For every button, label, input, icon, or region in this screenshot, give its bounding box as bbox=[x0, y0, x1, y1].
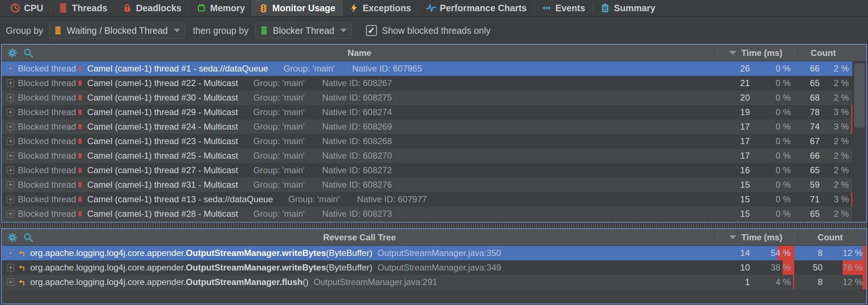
panel-splitter-handle[interactable] bbox=[0, 223, 868, 228]
expand-toggle[interactable]: + bbox=[7, 196, 14, 203]
tab-performance-charts[interactable]: Performance Charts bbox=[419, 0, 533, 16]
then-group-by-dropdown[interactable]: Blocker Thread bbox=[255, 22, 351, 39]
blocked-thread-row[interactable]: +Blocked threadCamel (camel-1) thread #2… bbox=[2, 105, 866, 119]
expand-toggle[interactable]: + bbox=[7, 167, 14, 174]
show-blocked-threads-only-checkbox[interactable]: ✓ bbox=[366, 25, 377, 36]
thread-name: Camel (camel-1) thread #29 - Multicast bbox=[87, 107, 238, 117]
thread-name-cell: +Blocked threadCamel (camel-1) thread #2… bbox=[2, 134, 717, 149]
value-cell: 66 bbox=[794, 61, 823, 76]
call-tree-row[interactable]: +org.apache.logging.log4j.core.appender.… bbox=[2, 260, 866, 275]
call-tree-row[interactable]: +org.apache.logging.log4j.core.appender.… bbox=[2, 246, 866, 260]
blocked-thread-row[interactable]: +Blocked threadCamel (camel-1) thread #1… bbox=[2, 192, 866, 207]
tab-cpu[interactable]: CPU bbox=[4, 0, 50, 16]
tab-events[interactable]: Events bbox=[535, 0, 592, 16]
thread-bars-red-icon bbox=[77, 151, 83, 161]
value-cell: 20 bbox=[717, 90, 754, 105]
group-by-dropdown[interactable]: Waiting / Blocked Thread bbox=[49, 22, 185, 39]
percent-cell: 0 % bbox=[754, 192, 794, 207]
thread-bars-red-icon bbox=[77, 180, 83, 190]
expand-toggle[interactable]: + bbox=[7, 152, 14, 159]
scrollbar-thumb[interactable] bbox=[854, 63, 865, 128]
value-cell: 71 bbox=[794, 192, 823, 207]
thread-group: Group: 'main' bbox=[253, 180, 305, 190]
expand-toggle[interactable]: + bbox=[7, 210, 14, 217]
expand-toggle[interactable]: + bbox=[7, 65, 14, 72]
tab-memory[interactable]: Memory bbox=[190, 0, 252, 16]
source-location: OutputStreamManager.java:291 bbox=[314, 277, 437, 287]
percent-cell: 0 % bbox=[754, 149, 794, 163]
count-column-header[interactable]: Count bbox=[794, 229, 866, 245]
value-cell: 8 bbox=[794, 246, 826, 260]
tab-monitor-usage[interactable]: Monitor Usage bbox=[252, 0, 342, 16]
percent-cell: 2 % bbox=[823, 61, 852, 76]
call-tree-row[interactable]: +org.apache.logging.log4j.core.appender.… bbox=[2, 275, 866, 289]
expand-toggle[interactable]: + bbox=[7, 123, 14, 130]
thread-bars-red-icon bbox=[77, 78, 83, 88]
expand-toggle[interactable]: + bbox=[7, 249, 14, 257]
tab-exceptions[interactable]: Exceptions bbox=[342, 0, 418, 16]
tab-label: Events bbox=[555, 3, 585, 13]
method-args: (ByteBuffer) bbox=[326, 263, 373, 273]
value-cell: 50 bbox=[794, 260, 826, 275]
settings-gear-icon[interactable] bbox=[7, 48, 18, 58]
tab-threads[interactable]: Threads bbox=[52, 0, 114, 16]
value-cell: 26 bbox=[717, 61, 754, 76]
expand-toggle[interactable]: + bbox=[7, 278, 14, 286]
thread-group: Group: 'main' bbox=[253, 93, 305, 103]
thread-group: Group: 'main' bbox=[253, 165, 305, 175]
tab-label: Summary bbox=[614, 3, 655, 13]
tab-label: Deadlocks bbox=[136, 3, 181, 13]
count-column-header[interactable]: Count bbox=[794, 45, 852, 61]
blocked-thread-row[interactable]: +Blocked threadCamel (camel-1) thread #3… bbox=[2, 90, 866, 105]
time-column-header[interactable]: Time (ms) bbox=[717, 45, 794, 61]
blocked-thread-row[interactable]: +Blocked threadCamel (camel-1) thread #2… bbox=[2, 207, 866, 221]
expand-toggle[interactable]: + bbox=[7, 264, 14, 271]
time-column-header[interactable]: Time (ms) bbox=[717, 229, 794, 245]
expand-toggle[interactable]: + bbox=[7, 109, 14, 116]
expand-toggle[interactable]: + bbox=[7, 80, 14, 87]
lightning-icon bbox=[349, 3, 359, 13]
reverse-call-tree-column-header[interactable]: Reverse Call Tree bbox=[2, 229, 717, 245]
value-cell: 65 bbox=[794, 76, 823, 90]
blocked-thread-row[interactable]: +Blocked threadCamel (camel-1) thread #3… bbox=[2, 178, 866, 192]
method-backtrace-icon bbox=[18, 278, 27, 286]
blocked-thread-row[interactable]: +Blocked threadCamel (camel-1) thread #2… bbox=[2, 163, 866, 178]
tab-label: Monitor Usage bbox=[272, 3, 335, 13]
thread-name-cell: +Blocked threadCamel (camel-1) thread #1… bbox=[2, 192, 717, 207]
vertical-scrollbar[interactable] bbox=[852, 61, 866, 222]
percent-cell: 54 % bbox=[754, 246, 794, 260]
native-id: Native ID: 608268 bbox=[322, 136, 392, 146]
clipboard-icon bbox=[600, 3, 610, 13]
tab-summary[interactable]: Summary bbox=[594, 0, 662, 16]
expand-toggle[interactable]: + bbox=[7, 138, 14, 145]
search-icon[interactable] bbox=[23, 48, 34, 58]
name-column-header[interactable]: Name bbox=[2, 45, 717, 61]
tab-deadlocks[interactable]: Deadlocks bbox=[116, 0, 188, 16]
reverse-call-tree-panel: Reverse Call Tree Time (ms) Count +org.a… bbox=[1, 228, 867, 304]
thread-name: Camel (camel-1) thread #23 - Multicast bbox=[87, 136, 238, 146]
blocked-thread-row[interactable]: +Blocked threadCamel (camel-1) thread #2… bbox=[2, 119, 866, 134]
group-by-toolbar: Group by Waiting / Blocked Thread then g… bbox=[0, 17, 868, 44]
memory-chip-icon bbox=[196, 3, 206, 13]
method-args: (ByteBuffer) bbox=[326, 248, 373, 258]
method-cell: +org.apache.logging.log4j.core.appender.… bbox=[2, 275, 717, 289]
search-icon[interactable] bbox=[23, 232, 34, 243]
then-group-by-label: then group by bbox=[193, 25, 249, 36]
table-tools bbox=[7, 229, 34, 245]
thread-name: Camel (camel-1) thread #1 - seda://dataQ… bbox=[87, 64, 268, 74]
tab-label: Exceptions bbox=[363, 3, 411, 13]
percent-cell: 3 % bbox=[823, 105, 852, 119]
tab-divider bbox=[592, 4, 593, 12]
thread-name-cell: +Blocked threadCamel (camel-1) thread #2… bbox=[2, 149, 717, 163]
blocked-thread-row[interactable]: +Blocked threadCamel (camel-1) thread #2… bbox=[2, 76, 866, 90]
blocked-thread-row[interactable]: +Blocked threadCamel (camel-1) thread #2… bbox=[2, 134, 866, 149]
blocked-thread-row[interactable]: +Blocked threadCamel (camel-1) thread #1… bbox=[2, 61, 866, 76]
thread-group: Group: 'main' bbox=[253, 151, 305, 161]
blocked-thread-row[interactable]: +Blocked threadCamel (camel-1) thread #2… bbox=[2, 149, 866, 163]
expand-toggle[interactable]: + bbox=[7, 181, 14, 188]
value-cell: 8 bbox=[794, 275, 826, 289]
percent-cell: 2 % bbox=[823, 178, 852, 192]
settings-gear-icon[interactable] bbox=[7, 232, 18, 243]
method-cell: +org.apache.logging.log4j.core.appender.… bbox=[2, 246, 717, 260]
expand-toggle[interactable]: + bbox=[7, 94, 14, 101]
